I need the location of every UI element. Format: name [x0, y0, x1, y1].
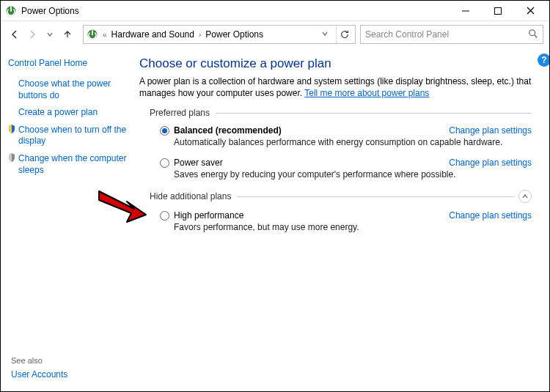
plan-balanced-radio[interactable]	[160, 126, 169, 136]
svg-line-3	[527, 7, 534, 14]
close-button[interactable]	[514, 1, 546, 21]
plan-name[interactable]: High performance	[174, 210, 243, 221]
plan-high-performance-radio[interactable]	[160, 211, 169, 221]
svg-point-6	[529, 29, 535, 35]
sidebar-link-label: Change when the computer sleeps	[18, 153, 129, 176]
change-plan-settings-link[interactable]: Change plan settings	[449, 158, 532, 168]
change-plan-settings-link[interactable]: Change plan settings	[449, 210, 532, 221]
search-icon	[528, 29, 538, 41]
sidebar-link-computer-sleeps[interactable]: Change when the computer sleeps	[8, 153, 129, 176]
svg-line-7	[535, 34, 538, 37]
plan-description: Saves energy by reducing your computer's…	[174, 169, 532, 180]
preferred-plans-header: Preferred plans	[150, 108, 532, 119]
control-panel-home-link[interactable]: Control Panel Home	[8, 58, 129, 68]
learn-more-link[interactable]: Tell me more about power plans	[304, 88, 429, 98]
plan-description: Automatically balances performance with …	[174, 137, 532, 147]
plan-power-saver-radio[interactable]	[160, 158, 169, 168]
plan-name[interactable]: Power saver	[174, 158, 223, 168]
plan-power-saver: Power saver Change plan settings Saves e…	[160, 158, 532, 180]
navbar: « Hardware and Sound › Power Options	[1, 21, 549, 48]
titlebar: Power Options	[1, 1, 549, 21]
power-options-icon	[87, 29, 98, 40]
sidebar-link-turn-off-display[interactable]: Choose when to turn off the display	[8, 125, 129, 147]
see-also-user-accounts[interactable]: User Accounts	[11, 369, 67, 380]
see-also-header: See also	[11, 356, 67, 365]
plan-description: Favors performance, but may use more ene…	[174, 222, 532, 232]
change-plan-settings-link[interactable]: Change plan settings	[449, 125, 532, 136]
hide-additional-plans-header[interactable]: Hide additional plans	[150, 190, 532, 204]
minimize-button[interactable]	[450, 1, 482, 21]
breadcrumb-parent[interactable]: Hardware and Sound	[111, 29, 194, 40]
plan-name[interactable]: Balanced (recommended)	[174, 125, 282, 136]
up-button[interactable]	[59, 26, 76, 42]
svg-line-4	[527, 7, 534, 14]
power-options-icon	[5, 5, 17, 17]
sidebar-link-power-buttons[interactable]: Choose what the power buttons do	[8, 78, 129, 101]
shield-icon	[8, 125, 14, 147]
sidebar-link-label: Choose what the power buttons do	[18, 78, 129, 101]
plan-balanced: Balanced (recommended) Change plan setti…	[160, 125, 532, 147]
address-bar[interactable]: « Hardware and Sound › Power Options	[83, 25, 356, 44]
address-dropdown[interactable]	[318, 30, 331, 39]
chevron-right-icon: ›	[199, 31, 201, 39]
maximize-button[interactable]	[482, 1, 514, 21]
recent-dropdown[interactable]	[42, 26, 58, 42]
bullet-icon	[8, 107, 14, 119]
shield-icon	[8, 153, 14, 176]
intro-text: A power plan is a collection of hardware…	[139, 75, 532, 99]
sidebar-link-create-plan[interactable]: Create a power plan	[8, 107, 129, 119]
back-button[interactable]	[7, 26, 23, 42]
forward-button[interactable]	[24, 26, 40, 42]
breadcrumb-prefix: «	[103, 31, 107, 39]
svg-rect-2	[495, 7, 502, 14]
sidebar-link-label: Choose when to turn off the display	[18, 125, 129, 147]
chevron-up-icon[interactable]	[518, 190, 532, 203]
plan-high-performance: High performance Change plan settings Fa…	[160, 210, 532, 232]
search-box[interactable]	[360, 25, 543, 44]
page-title: Choose or customize a power plan	[139, 56, 532, 71]
sidebar: Control Panel Home Choose what the power…	[1, 48, 136, 391]
search-input[interactable]	[365, 29, 528, 40]
main-content: Choose or customize a power plan A power…	[136, 48, 549, 391]
see-also-section: See also User Accounts	[11, 356, 67, 380]
breadcrumb-current[interactable]: Power Options	[205, 29, 263, 40]
bullet-icon	[8, 78, 14, 101]
refresh-button[interactable]	[336, 26, 352, 43]
window-title: Power Options	[21, 6, 79, 16]
sidebar-link-label: Create a power plan	[18, 107, 98, 119]
